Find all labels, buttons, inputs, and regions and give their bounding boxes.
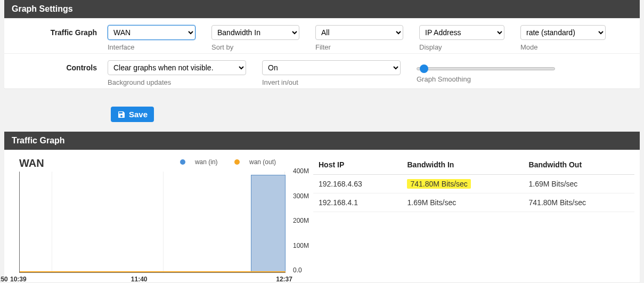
graph-smoothing-slider[interactable] — [417, 67, 555, 70]
sort-by-help: Sort by — [211, 43, 299, 51]
cell-bw-out: 741.80M Bits/sec — [524, 193, 634, 212]
save-icon — [117, 110, 126, 119]
legend-out-label: wan (out) — [249, 158, 276, 166]
chart-plot-area: 400M 300M 200M 100M 0.0 10:39 10:50 11:4… — [19, 172, 286, 273]
bandwidth-table: Host IP Bandwidth In Bandwidth Out 192.1… — [313, 157, 634, 273]
traffic-graph-panel: Traffic Graph WAN wan (in) wan (out) 400… — [4, 132, 640, 282]
invert-select[interactable]: On — [262, 60, 401, 75]
background-updates-help: Background updates — [108, 78, 246, 86]
traffic-graph-row: Traffic Graph WAN Interface Bandwidth In… — [4, 18, 640, 53]
controls-row: Controls Clear graphs when not visible. … — [4, 53, 640, 88]
legend-dot-out — [234, 159, 240, 165]
x-axis-labels: 10:39 10:50 11:40 12:37 — [10, 276, 292, 283]
cell-bw-in: 741.80M Bits/sec — [402, 175, 523, 193]
cell-host: 192.168.4.1 — [313, 193, 402, 212]
save-button[interactable]: Save — [111, 107, 154, 122]
display-select[interactable]: IP Address — [419, 25, 504, 40]
y-axis-labels: 400M 300M 200M 100M 0.0 — [293, 167, 309, 274]
controls-label: Controls — [12, 60, 108, 72]
display-help: Display — [419, 43, 504, 51]
cell-host: 192.168.4.63 — [313, 175, 402, 193]
traffic-graph-title: Traffic Graph — [4, 132, 640, 150]
filter-select[interactable]: All — [315, 25, 403, 40]
cell-bw-out: 1.69M Bits/sec — [524, 175, 634, 193]
table-header-row: Host IP Bandwidth In Bandwidth Out — [313, 157, 634, 175]
chart-container: WAN wan (in) wan (out) 400M 300M 200M 10 — [10, 157, 308, 273]
th-bw-in: Bandwidth In — [402, 157, 523, 175]
cell-bw-in: 1.69M Bits/sec — [402, 193, 523, 212]
chart-legend: wan (in) wan (out) — [165, 158, 276, 166]
wan-out-line — [20, 271, 286, 272]
sort-by-select[interactable]: Bandwidth In — [211, 25, 299, 40]
legend-dot-in — [180, 159, 185, 165]
filter-help: Filter — [315, 43, 403, 51]
mode-help: Mode — [520, 43, 606, 51]
table-row: 192.168.4.11.69M Bits/sec741.80M Bits/se… — [313, 193, 634, 212]
graph-smoothing-help: Graph Smoothing — [417, 75, 555, 83]
save-button-label: Save — [129, 110, 148, 119]
mode-select[interactable]: rate (standard) — [520, 25, 606, 40]
legend-in-label: wan (in) — [195, 158, 218, 166]
th-host: Host IP — [313, 157, 402, 175]
background-updates-select[interactable]: Clear graphs when not visible. — [108, 60, 246, 75]
graph-settings-title: Graph Settings — [4, 0, 640, 18]
interface-select[interactable]: WAN — [108, 25, 195, 40]
interface-help: Interface — [108, 43, 195, 51]
traffic-graph-label: Traffic Graph — [12, 25, 108, 37]
graph-settings-panel: Graph Settings Traffic Graph WAN Interfa… — [4, 0, 640, 88]
th-bw-out: Bandwidth Out — [524, 157, 634, 175]
invert-help: Invert in/out — [262, 78, 401, 86]
table-row: 192.168.4.63741.80M Bits/sec1.69M Bits/s… — [313, 175, 634, 193]
